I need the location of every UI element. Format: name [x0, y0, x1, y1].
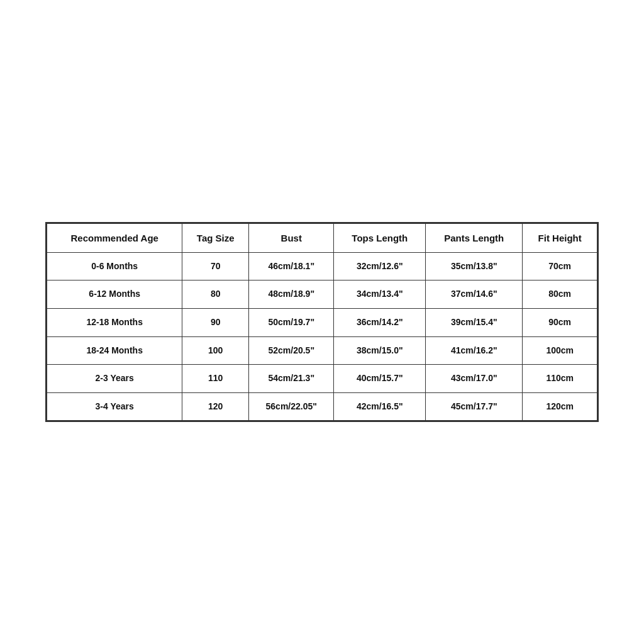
cell-fit_height-5: 120cm — [523, 392, 597, 421]
cell-bust-3: 52cm/20.5" — [249, 336, 334, 365]
cell-tag_size-2: 90 — [182, 308, 249, 336]
cell-age-2: 12-18 Months — [47, 308, 182, 336]
cell-bust-4: 54cm/21.3" — [249, 365, 334, 393]
table-header-row: Recommended Age Tag Size Bust Tops Lengt… — [47, 223, 597, 252]
header-recommended-age: Recommended Age — [47, 223, 182, 252]
cell-fit_height-0: 70cm — [523, 252, 597, 280]
header-pants-length: Pants Length — [426, 223, 523, 252]
cell-tag_size-3: 100 — [182, 336, 249, 365]
cell-tag_size-1: 80 — [182, 280, 249, 309]
cell-bust-1: 48cm/18.9" — [249, 280, 334, 309]
table-row: 2-3 Years11054cm/21.3"40cm/15.7"43cm/17.… — [47, 365, 597, 393]
cell-pants_length-5: 45cm/17.7" — [426, 392, 523, 421]
cell-age-3: 18-24 Months — [47, 336, 182, 365]
header-bust: Bust — [249, 223, 334, 252]
cell-tops_length-4: 40cm/15.7" — [334, 365, 426, 393]
cell-pants_length-0: 35cm/13.8" — [426, 252, 523, 280]
size-chart-table: Recommended Age Tag Size Bust Tops Lengt… — [47, 223, 597, 421]
cell-fit_height-1: 80cm — [523, 280, 597, 309]
cell-fit_height-3: 100cm — [523, 336, 597, 365]
cell-tops_length-1: 34cm/13.4" — [334, 280, 426, 309]
table-row: 12-18 Months9050cm/19.7"36cm/14.2"39cm/1… — [47, 308, 597, 336]
cell-fit_height-4: 110cm — [523, 365, 597, 393]
cell-pants_length-4: 43cm/17.0" — [426, 365, 523, 393]
cell-tag_size-4: 110 — [182, 365, 249, 393]
header-tops-length: Tops Length — [334, 223, 426, 252]
size-chart-container: Recommended Age Tag Size Bust Tops Lengt… — [45, 222, 599, 423]
cell-tops_length-2: 36cm/14.2" — [334, 308, 426, 336]
cell-tops_length-5: 42cm/16.5" — [334, 392, 426, 421]
cell-bust-5: 56cm/22.05" — [249, 392, 334, 421]
cell-bust-2: 50cm/19.7" — [249, 308, 334, 336]
cell-tag_size-5: 120 — [182, 392, 249, 421]
header-tag-size: Tag Size — [182, 223, 249, 252]
cell-bust-0: 46cm/18.1" — [249, 252, 334, 280]
cell-tops_length-0: 32cm/12.6" — [334, 252, 426, 280]
cell-fit_height-2: 90cm — [523, 308, 597, 336]
cell-pants_length-1: 37cm/14.6" — [426, 280, 523, 309]
table-row: 6-12 Months8048cm/18.9"34cm/13.4"37cm/14… — [47, 280, 597, 309]
cell-age-1: 6-12 Months — [47, 280, 182, 309]
header-fit-height: Fit Height — [523, 223, 597, 252]
cell-pants_length-2: 39cm/15.4" — [426, 308, 523, 336]
cell-age-4: 2-3 Years — [47, 365, 182, 393]
cell-age-0: 0-6 Months — [47, 252, 182, 280]
cell-age-5: 3-4 Years — [47, 392, 182, 421]
table-row: 3-4 Years12056cm/22.05"42cm/16.5"45cm/17… — [47, 392, 597, 421]
cell-pants_length-3: 41cm/16.2" — [426, 336, 523, 365]
table-row: 0-6 Months7046cm/18.1"32cm/12.6"35cm/13.… — [47, 252, 597, 280]
table-row: 18-24 Months10052cm/20.5"38cm/15.0"41cm/… — [47, 336, 597, 365]
cell-tops_length-3: 38cm/15.0" — [334, 336, 426, 365]
cell-tag_size-0: 70 — [182, 252, 249, 280]
